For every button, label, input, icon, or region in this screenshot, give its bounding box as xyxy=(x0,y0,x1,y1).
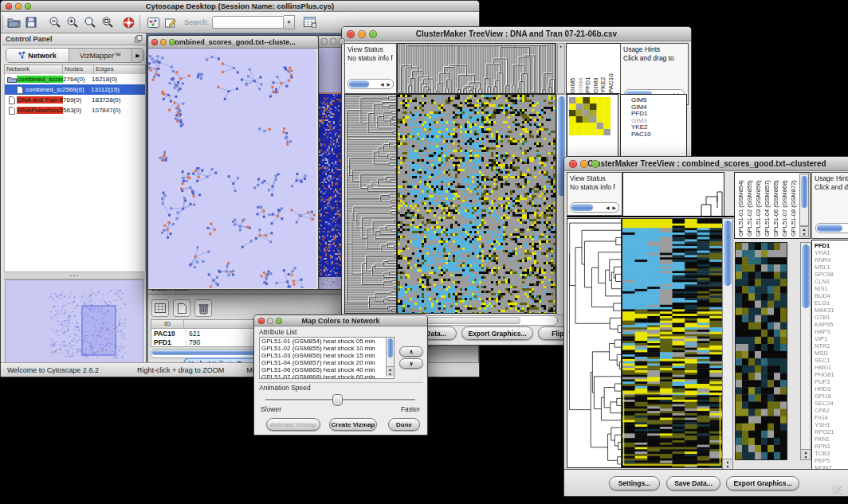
attribute-browser-icon[interactable] xyxy=(301,14,319,30)
minimize-button[interactable] xyxy=(160,39,167,45)
network-view-canvas[interactable] xyxy=(148,49,316,288)
gene-label[interactable]: VIP1 xyxy=(815,335,848,342)
vscroll-thumb[interactable] xyxy=(724,221,732,286)
gene-label[interactable]: PHO81 xyxy=(815,371,848,378)
scroll-down-icon[interactable] xyxy=(801,455,811,459)
gene-label[interactable]: HRD3 xyxy=(815,385,848,393)
tv2-column-dendrogram[interactable] xyxy=(622,172,724,217)
header-network[interactable]: Network xyxy=(5,65,63,74)
main-titlebar[interactable]: Cytoscape Desktop (Session Name: collins… xyxy=(1,1,479,12)
gene-label[interactable]: GPI16 xyxy=(815,393,848,400)
close-button[interactable] xyxy=(258,318,265,324)
gene-label[interactable]: YRA1 xyxy=(815,249,848,256)
vscroll-thumb[interactable] xyxy=(801,176,807,208)
tv1-heatmap[interactable] xyxy=(397,94,556,314)
create-vizmap-button[interactable]: Create Vizmap xyxy=(329,418,377,431)
tab-network[interactable]: Network xyxy=(6,49,69,62)
network-list-row[interactable]: combined_scores2764(0)16218(0) xyxy=(5,74,145,84)
search-input[interactable] xyxy=(212,16,284,29)
gene-label[interactable]: CPA2 xyxy=(815,407,848,414)
new-attribute-icon[interactable] xyxy=(173,299,190,317)
tv1-column-label[interactable]: PAC10 xyxy=(607,44,615,93)
attribute-item[interactable]: GPL51-06 (GSM865) heat shock 40 min xyxy=(261,366,394,373)
tv2-column-label[interactable]: GPL51-02 (GSM855) xyxy=(745,174,754,236)
treeview2-titlebar[interactable]: ClusterMaker TreeView : combined_scores_… xyxy=(564,157,848,171)
network2-view-canvas[interactable] xyxy=(318,48,343,289)
zoom-button[interactable] xyxy=(276,318,282,324)
float-panel-icon[interactable] xyxy=(135,35,143,46)
close-button[interactable] xyxy=(321,38,328,45)
gene-label[interactable]: KAP95 xyxy=(815,321,848,328)
minimize-button[interactable] xyxy=(15,3,22,10)
attribute-list-vscrollbar[interactable] xyxy=(386,338,394,377)
speed-slider-thumb[interactable] xyxy=(332,394,343,406)
gene-label[interactable]: PFD1 xyxy=(815,242,848,249)
tv1-column-label[interactable]: YKE2 xyxy=(599,44,607,93)
attribute-item[interactable]: GPL51-04 (GSM857) heat shock 20 min xyxy=(261,359,394,366)
network-titlebar[interactable]: combined_scores_good.txt--cluste... xyxy=(148,36,318,49)
minimize-button[interactable] xyxy=(267,318,273,324)
id-header[interactable]: ID xyxy=(151,320,184,328)
vscroll-thumb[interactable] xyxy=(802,244,810,308)
gene-label[interactable]: NIS1 xyxy=(815,285,848,292)
attribute-item[interactable]: GPL51-03 (GSM856) heat shock 15 min xyxy=(261,352,394,359)
close-button[interactable] xyxy=(347,30,355,38)
tv2-column-label[interactable]: GPL51-06 (GSM865) xyxy=(771,174,780,236)
gene-label[interactable]: YSH1 xyxy=(815,421,848,428)
gene-label[interactable]: PEP5 xyxy=(815,457,848,464)
tv2-column-label[interactable]: GPL51-04 (GSM857) xyxy=(763,174,771,236)
zoom-out-icon[interactable] xyxy=(46,14,64,30)
annotation-icon[interactable] xyxy=(162,14,179,30)
tv2-column-label[interactable]: GPL51-01 (GSM854) xyxy=(736,174,745,236)
tv2-heatmap-vscrollbar[interactable] xyxy=(722,218,733,470)
gene-label[interactable]: NTR2 xyxy=(815,342,848,350)
tv1-export-graphics-button[interactable]: Export Graphics... xyxy=(461,326,533,340)
zoom-selected-icon[interactable] xyxy=(81,14,99,30)
network-list-empty-area[interactable] xyxy=(4,115,146,272)
network-overview-thumbnail[interactable] xyxy=(5,279,143,365)
tv1-column-dendrogram[interactable] xyxy=(397,43,556,94)
zoom-fit-icon[interactable] xyxy=(99,14,116,30)
header-edges[interactable]: Edges xyxy=(94,65,145,74)
tv1-row-dendrogram[interactable] xyxy=(344,94,397,314)
table-icon[interactable] xyxy=(151,299,169,317)
tv2-save-data-button[interactable]: Save Data... xyxy=(666,476,720,490)
close-button[interactable] xyxy=(6,3,12,10)
gene-label[interactable]: HMG1 xyxy=(815,364,848,371)
tv1-column-label[interactable]: GIM4 xyxy=(577,44,585,93)
done-button[interactable]: Done xyxy=(388,418,420,431)
move-attribute-down-button[interactable]: ∨ xyxy=(399,358,423,369)
tv1-column-label[interactable]: GIM5 xyxy=(569,44,577,93)
tv2-column-label[interactable]: GPL51-08 (GSM872) xyxy=(789,174,798,236)
resize-grip[interactable] xyxy=(832,485,842,494)
header-nodes[interactable]: Nodes xyxy=(63,65,94,74)
scroll-down-icon[interactable] xyxy=(387,372,394,377)
close-button[interactable] xyxy=(151,39,158,45)
minimize-button[interactable] xyxy=(330,38,336,45)
cluster-gene-label[interactable]: PAC10 xyxy=(631,131,686,139)
network-list-row[interactable]: combined_sco2569(6)13112(15) xyxy=(5,84,145,95)
tv1-column-label[interactable]: GIM3 xyxy=(592,44,600,93)
close-button[interactable] xyxy=(569,160,577,168)
tab-vizmapper[interactable]: VizMapper™ xyxy=(69,49,132,62)
tv2-column-label[interactable]: GPL51-07 (GSM868) xyxy=(780,174,789,236)
gene-label[interactable]: RPO21 xyxy=(815,428,848,436)
gene-label[interactable]: RPN1 xyxy=(815,443,848,450)
zoom-button[interactable] xyxy=(369,30,377,38)
gene-label[interactable]: MSI1 xyxy=(815,350,848,357)
dialog-titlebar[interactable]: Map Colors to Network xyxy=(254,315,427,326)
zoom-in-icon[interactable] xyxy=(64,14,81,30)
gene-label[interactable]: MAK31 xyxy=(815,307,848,314)
tab-overflow-arrow[interactable]: ▶ xyxy=(132,49,143,62)
zoom-button[interactable] xyxy=(25,3,31,10)
attribute-item[interactable]: GPL51-02 (GSM855) heat shock 10 min xyxy=(261,345,394,352)
zoom-button[interactable] xyxy=(339,38,345,45)
tv2-zoom-vscrollbar[interactable] xyxy=(800,242,811,460)
labels-scroll-arrows[interactable] xyxy=(799,226,809,237)
tv2-row-dendrogram[interactable] xyxy=(567,218,622,468)
zoom-button[interactable] xyxy=(591,160,599,168)
tv2-status-scrollbar[interactable] xyxy=(570,202,619,213)
gene-label[interactable]: BUD4 xyxy=(815,292,848,299)
tv2-export-graphics-button[interactable]: Export Graphics... xyxy=(726,476,799,490)
attribute-listbox[interactable]: GPL51-01 (GSM854) heat shock 05 minGPL51… xyxy=(259,337,395,379)
